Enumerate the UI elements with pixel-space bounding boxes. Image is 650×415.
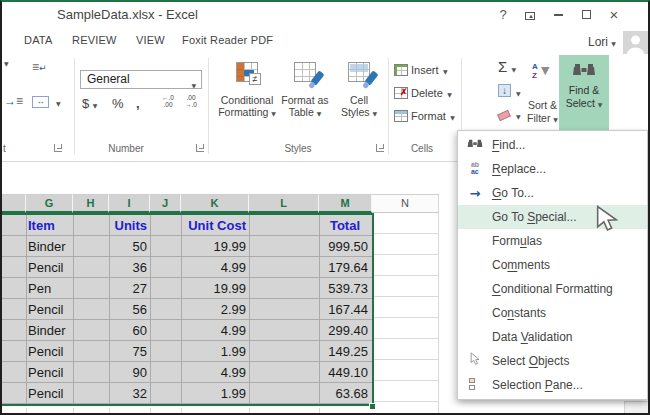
cell-units[interactable]: 36 xyxy=(109,257,147,278)
number-format-combobox[interactable]: General ▼ xyxy=(80,70,202,89)
excel-window: SampleData.xlsx - Excel ? ▲ × DATA REVIE… xyxy=(0,0,650,415)
cell-item[interactable]: Binder xyxy=(28,320,72,341)
alignment-dialog-launcher[interactable] xyxy=(54,144,62,152)
column-header-k[interactable]: K xyxy=(181,194,249,213)
cell-units[interactable]: 90 xyxy=(109,362,147,383)
cell-unit-cost[interactable]: 4.99 xyxy=(182,320,246,341)
table-header-item[interactable]: Item xyxy=(28,215,72,236)
close-button[interactable]: × xyxy=(602,6,626,24)
cell-item[interactable]: Pencil xyxy=(28,299,72,320)
menu-item-find[interactable]: Find... xyxy=(458,133,647,157)
cell-units[interactable]: 60 xyxy=(109,320,147,341)
column-header-j[interactable]: J xyxy=(150,194,181,213)
cell-units[interactable]: 56 xyxy=(109,299,147,320)
minimize-button[interactable] xyxy=(546,6,570,24)
insert-cells-button[interactable]: Insert ▼ xyxy=(394,60,464,82)
chevron-down-icon: ▼ xyxy=(317,110,322,117)
menu-item-select-objects[interactable]: Select Objects xyxy=(458,349,647,373)
comma-style-button[interactable]: , xyxy=(136,96,140,111)
cell-item[interactable]: Pen xyxy=(28,278,72,299)
binoculars-icon xyxy=(572,62,596,79)
column-header-m[interactable]: M xyxy=(319,194,372,213)
column-header-i[interactable]: I xyxy=(109,194,150,213)
cell-total[interactable]: 449.10 xyxy=(312,362,368,383)
column-header-g[interactable]: G xyxy=(26,194,73,213)
format-as-table-button[interactable]: Format as Table ▼ xyxy=(276,56,334,140)
cell-units[interactable]: 27 xyxy=(109,278,147,299)
menu-item-formulas[interactable]: Formulas xyxy=(458,229,647,253)
cell-item[interactable]: Binder xyxy=(28,236,72,257)
cell-unit-cost[interactable]: 2.99 xyxy=(182,299,246,320)
wrap-text-icon[interactable]: ≡↵ xyxy=(32,60,47,74)
merge-center-icon[interactable]: ↔ xyxy=(32,96,49,108)
number-format-value: General xyxy=(87,72,130,86)
avatar[interactable] xyxy=(623,31,648,55)
delete-cells-button[interactable]: ✗Delete ▼ xyxy=(394,83,464,105)
cell-total[interactable]: 149.25 xyxy=(312,341,368,362)
tab-view[interactable]: VIEW xyxy=(136,34,165,46)
menu-item-go-to[interactable]: → Go To... xyxy=(458,181,647,205)
autosum-button[interactable]: Σ ▼ xyxy=(498,58,516,75)
menu-item-comments[interactable]: Comments xyxy=(458,253,647,277)
column-header-l[interactable]: L xyxy=(249,194,319,213)
selection-pane-icon xyxy=(458,376,492,394)
cell-total[interactable]: 999.50 xyxy=(312,236,368,257)
cell-total[interactable]: 167.44 xyxy=(312,299,368,320)
table-header-unit-cost[interactable]: Unit Cost xyxy=(182,215,246,236)
cell-item[interactable]: Pencil xyxy=(28,362,72,383)
cell-total[interactable]: 539.73 xyxy=(312,278,368,299)
column-header-n[interactable]: N xyxy=(372,194,439,213)
increase-decimal-button[interactable]: ←.0.00 xyxy=(157,94,179,108)
tab-data[interactable]: DATA xyxy=(24,34,53,46)
title-bar: SampleData.xlsx - Excel ? ▲ × xyxy=(2,2,648,28)
fill-handle[interactable] xyxy=(369,403,376,410)
maximize-button[interactable] xyxy=(574,6,598,24)
ribbon-display-options-button[interactable]: ▲ xyxy=(518,6,542,24)
cell-units[interactable]: 32 xyxy=(109,383,147,404)
tab-foxit-reader-pdf[interactable]: Foxit Reader PDF xyxy=(182,34,273,46)
cell-total[interactable]: 299.40 xyxy=(312,320,368,341)
cell-total[interactable]: 179.64 xyxy=(312,257,368,278)
cell-unit-cost[interactable]: 19.99 xyxy=(182,278,246,299)
table-header-total[interactable]: Total xyxy=(312,215,360,236)
styles-dialog-launcher[interactable] xyxy=(376,144,384,152)
conditional-formatting-button[interactable]: ≠ Conditional Formatting ▼ xyxy=(218,56,276,140)
minimize-icon xyxy=(554,14,563,16)
menu-item-selection-pane[interactable]: Selection Pane... xyxy=(458,373,647,397)
group-separator xyxy=(388,58,389,154)
increase-indent-icon[interactable]: →≡ xyxy=(4,94,23,108)
scrollbar-corner[interactable] xyxy=(624,401,650,414)
clear-button[interactable] xyxy=(497,110,511,121)
cell-item[interactable]: Pencil xyxy=(28,257,72,278)
menu-item-go-to-special[interactable]: Go To Special... xyxy=(458,205,647,229)
tab-review[interactable]: REVIEW xyxy=(72,34,117,46)
help-button[interactable]: ? xyxy=(491,6,515,24)
cell-unit-cost[interactable]: 4.99 xyxy=(182,362,246,383)
column-header-partial[interactable] xyxy=(2,194,26,213)
cell-unit-cost[interactable]: 1.99 xyxy=(182,383,246,404)
format-cells-button[interactable]: Format ▼ xyxy=(394,106,464,128)
menu-item-data-validation[interactable]: Data Validation xyxy=(458,325,647,349)
number-dialog-launcher[interactable] xyxy=(196,144,204,152)
menu-item-constants[interactable]: Constants xyxy=(458,301,647,325)
cell-unit-cost[interactable]: 1.99 xyxy=(182,341,246,362)
cell-item[interactable]: Pencil xyxy=(28,383,72,404)
selected-range[interactable]: Item Units Unit Cost Total Binder 50 19.… xyxy=(2,213,374,406)
cell-units[interactable]: 50 xyxy=(109,236,147,257)
column-header-h[interactable]: H xyxy=(73,194,109,213)
cell-total[interactable]: 63.68 xyxy=(312,383,368,404)
user-account-button[interactable]: Lori ▼ xyxy=(588,35,616,49)
table-header-units[interactable]: Units xyxy=(109,215,147,236)
cell-item[interactable]: Pencil xyxy=(28,341,72,362)
empty-cells-column-n[interactable] xyxy=(374,213,439,415)
accounting-format-button[interactable]: $ ▼ xyxy=(82,96,97,111)
cell-unit-cost[interactable]: 19.99 xyxy=(182,236,246,257)
percent-style-button[interactable]: % xyxy=(112,96,124,111)
fill-button[interactable]: ↓ xyxy=(498,84,511,97)
cell-units[interactable]: 75 xyxy=(109,341,147,362)
menu-item-replace[interactable]: abac Replace... xyxy=(458,157,647,181)
decrease-decimal-button[interactable]: .00→.0 xyxy=(180,94,202,108)
cell-unit-cost[interactable]: 4.99 xyxy=(182,257,246,278)
menu-item-conditional-formatting[interactable]: Conditional Formatting xyxy=(458,277,647,301)
cell-styles-button[interactable]: Cell Styles ▼ xyxy=(330,56,388,140)
